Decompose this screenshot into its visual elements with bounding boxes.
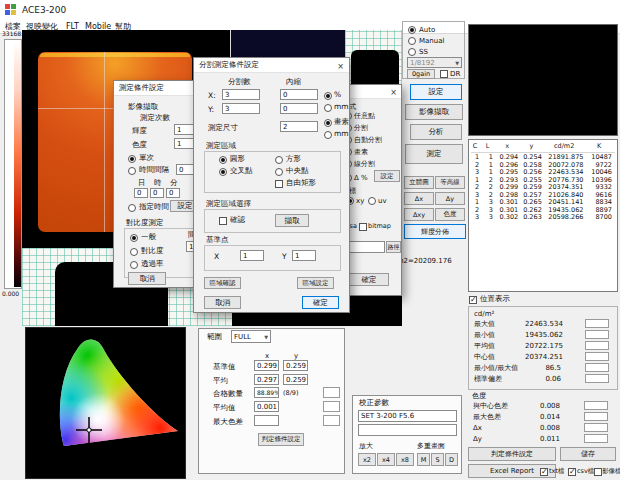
radio-mm-size[interactable] xyxy=(324,131,332,139)
base-x-field[interactable]: 1 xyxy=(240,250,264,261)
contour-button[interactable]: 等高線 xyxy=(435,176,465,189)
radio-uv[interactable] xyxy=(368,197,376,205)
limit-box[interactable] xyxy=(323,387,340,398)
path-button[interactable]: 路徑 xyxy=(386,241,401,253)
chroma-limit-box[interactable] xyxy=(584,412,608,421)
radio-single[interactable] xyxy=(128,155,136,163)
minute-field[interactable]: 0 xyxy=(166,188,180,198)
calibration-empty-field[interactable] xyxy=(358,424,457,436)
area-set-button[interactable]: 區域設定 xyxy=(297,277,334,289)
radio-square[interactable] xyxy=(275,156,283,164)
close-icon[interactable]: × xyxy=(334,60,347,72)
cie-diagram-panel[interactable] xyxy=(25,327,186,479)
calibration-set-field[interactable]: SET 3-200 F5.6 xyxy=(358,410,457,422)
measurement-table[interactable]: CLxycd/m2K 110.2940.25421891.87510487 21… xyxy=(468,139,618,292)
y-inset-field[interactable]: 0 xyxy=(280,103,318,114)
measure-button[interactable]: 測定 xyxy=(405,144,463,164)
gain-button[interactable]: 0gain xyxy=(407,69,435,79)
stat-limit-box[interactable] xyxy=(585,319,609,328)
bitmap-checkbox[interactable] xyxy=(359,223,367,231)
analyze-button[interactable]: 分析 xyxy=(410,124,462,140)
chroma-limit-box[interactable] xyxy=(584,434,608,443)
radio-manual[interactable] xyxy=(408,37,416,45)
day-field[interactable]: 0 xyxy=(134,188,148,198)
avg-y-field[interactable]: 0.259 xyxy=(283,374,308,385)
zoom-x4-button[interactable]: x4 xyxy=(377,453,395,466)
position-display-checkbox[interactable] xyxy=(469,296,477,304)
col-k: K xyxy=(586,142,615,150)
radio-transmit[interactable] xyxy=(130,261,138,269)
stat-limit-box[interactable] xyxy=(585,330,609,339)
limit-box[interactable] xyxy=(323,401,340,412)
radio-timed[interactable] xyxy=(128,204,136,212)
base-y-field[interactable]: 1 xyxy=(292,250,316,261)
radio-mm-inset[interactable] xyxy=(324,104,332,112)
x-div-field[interactable]: 3 xyxy=(222,89,260,100)
stat-limit-box[interactable] xyxy=(585,341,609,350)
limit-box[interactable] xyxy=(323,415,340,426)
size-field[interactable]: 2 xyxy=(280,121,318,132)
free-rect-checkbox[interactable] xyxy=(275,180,283,188)
radio-percent[interactable] xyxy=(324,92,332,100)
multi-m-button[interactable]: M xyxy=(417,453,430,466)
multi-d-button[interactable]: D xyxy=(445,453,458,466)
judge-condition-button[interactable]: 判定條件設定 xyxy=(468,447,556,461)
region-section-label: 測定區域 xyxy=(206,142,236,151)
camera-thumbnail[interactable] xyxy=(468,24,618,136)
grab-button[interactable]: 擷取 xyxy=(275,214,309,227)
radio-contrast[interactable] xyxy=(130,248,138,256)
delta-set-button[interactable]: 設定 xyxy=(374,170,400,182)
settings-button[interactable]: 設定 xyxy=(410,84,462,100)
solid-view-button[interactable]: 立體圖 xyxy=(404,176,434,189)
capture-button[interactable]: 影像擷取 xyxy=(405,104,463,120)
multi-s-button[interactable]: S xyxy=(431,453,444,466)
delta-pct-label: Δ % xyxy=(354,174,368,182)
radio-pixel-size[interactable] xyxy=(324,119,332,127)
stat-limit-box[interactable] xyxy=(585,363,609,372)
txt-file-checkbox[interactable] xyxy=(540,468,548,476)
zoom-x8-button[interactable]: x8 xyxy=(396,453,414,466)
measure-cancel-button[interactable]: 取消 xyxy=(128,272,166,285)
chroma-limit-box[interactable] xyxy=(584,423,608,432)
chroma-stat-value: 0.014 xyxy=(524,413,560,421)
table-row[interactable]: 330.3020.26320598.2668700 xyxy=(471,213,615,221)
radio-cross-point[interactable] xyxy=(219,168,227,176)
radio-ss[interactable] xyxy=(408,48,416,56)
close-icon[interactable]: × xyxy=(387,86,400,98)
stat-limit-box[interactable] xyxy=(585,374,609,383)
radio-interval[interactable] xyxy=(128,167,136,175)
radio-center-point[interactable] xyxy=(275,168,283,176)
range-select[interactable]: FULL ▼ xyxy=(231,330,271,343)
analysis-panel: 範圍 FULL ▼ x y 基準值 0.299 0.259 平均 0.297 0… xyxy=(198,328,345,474)
ref-x-field[interactable]: 0.299 xyxy=(254,360,279,371)
luminance-dist-button[interactable]: 輝度分佈 xyxy=(404,224,466,239)
split-ok-button[interactable]: 確定 xyxy=(302,296,339,309)
delta-x-button[interactable]: Δx xyxy=(404,192,434,205)
radio-circle[interactable] xyxy=(219,156,227,164)
avg-x-field[interactable]: 0.297 xyxy=(254,374,279,385)
judge-condition-button-2[interactable]: 判定條件設定 xyxy=(258,433,304,446)
stat-limit-box[interactable] xyxy=(585,352,609,361)
radio-auto[interactable] xyxy=(408,26,416,34)
ref-y-field[interactable]: 0.259 xyxy=(283,360,308,371)
dr-checkbox[interactable] xyxy=(440,70,448,78)
delta-y-button[interactable]: Δy xyxy=(435,192,465,205)
stats-box: cd/m² 最大值 22463.534 最小值 19435.062 平均值 20… xyxy=(468,306,618,390)
shutter-select[interactable]: 1/8192 ▼ xyxy=(407,57,462,68)
split-cancel-button[interactable]: 取消 xyxy=(204,296,241,309)
confirm-checkbox[interactable] xyxy=(219,217,227,225)
method-ok-button[interactable]: 確定 xyxy=(349,273,389,286)
area-confirm-button[interactable]: 區域確認 xyxy=(204,277,241,289)
image-file-checkbox[interactable] xyxy=(594,468,602,476)
chroma-button[interactable]: 色度 xyxy=(435,208,465,221)
chroma-limit-box[interactable] xyxy=(584,401,608,410)
hour-field[interactable]: 0 xyxy=(150,188,164,198)
x-inset-field[interactable]: 0 xyxy=(280,89,318,100)
delta-xy-button[interactable]: Δxy xyxy=(404,208,434,221)
save-button[interactable]: 儲存 xyxy=(560,447,616,461)
y-div-field[interactable]: 3 xyxy=(222,103,260,114)
zoom-x2-button[interactable]: x2 xyxy=(358,453,376,466)
radio-normal[interactable] xyxy=(130,234,138,242)
csv-file-checkbox[interactable] xyxy=(568,468,576,476)
split-dialog-titlebar[interactable]: 分割測定條件設定 xyxy=(194,58,349,73)
